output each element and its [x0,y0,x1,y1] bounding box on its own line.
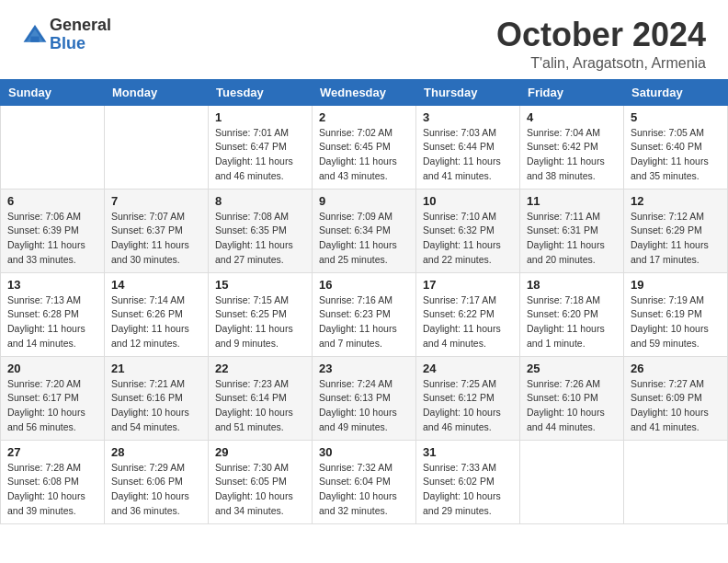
sunset-text: Sunset: 6:14 PM [215,392,287,403]
sunset-text: Sunset: 6:23 PM [319,308,391,319]
daylight-text: Daylight: 11 hours and 12 minutes. [111,323,189,349]
day-info: Sunrise: 7:12 AMSunset: 6:29 PMDaylight:… [631,210,721,268]
table-row: 19Sunrise: 7:19 AMSunset: 6:19 PMDayligh… [624,272,728,356]
table-row: 31Sunrise: 7:33 AMSunset: 6:02 PMDayligh… [416,440,520,523]
sunrise-text: Sunrise: 7:08 AM [215,211,289,222]
sunrise-text: Sunrise: 7:15 AM [215,294,289,305]
col-monday: Monday [105,79,209,105]
month-title: October 2024 [496,17,706,53]
day-info: Sunrise: 7:26 AMSunset: 6:10 PMDaylight:… [527,377,617,435]
table-row: 29Sunrise: 7:30 AMSunset: 6:05 PMDayligh… [209,440,313,523]
day-info: Sunrise: 7:05 AMSunset: 6:40 PMDaylight:… [631,126,721,184]
day-info: Sunrise: 7:23 AMSunset: 6:14 PMDaylight:… [215,377,305,435]
day-number: 12 [631,194,721,208]
sunrise-text: Sunrise: 7:30 AM [215,462,289,473]
day-number: 28 [111,445,201,459]
day-number: 11 [527,194,617,208]
day-number: 22 [215,362,305,375]
sunset-text: Sunset: 6:05 PM [215,476,287,487]
table-row: 18Sunrise: 7:18 AMSunset: 6:20 PMDayligh… [520,272,624,356]
day-number: 19 [631,278,721,292]
sunrise-text: Sunrise: 7:12 AM [631,211,704,222]
day-info: Sunrise: 7:15 AMSunset: 6:25 PMDaylight:… [215,293,305,351]
sunrise-text: Sunrise: 7:26 AM [527,378,600,389]
calendar-week-row: 6Sunrise: 7:06 AMSunset: 6:39 PMDaylight… [1,189,728,272]
sunset-text: Sunset: 6:32 PM [423,224,495,236]
table-row: 24Sunrise: 7:25 AMSunset: 6:12 PMDayligh… [416,356,520,440]
day-info: Sunrise: 7:10 AMSunset: 6:32 PMDaylight:… [423,210,513,268]
table-row: 22Sunrise: 7:23 AMSunset: 6:14 PMDayligh… [209,356,313,440]
sunrise-text: Sunrise: 7:09 AM [319,211,392,222]
day-info: Sunrise: 7:07 AMSunset: 6:37 PMDaylight:… [111,210,201,268]
daylight-text: Daylight: 10 hours and 36 minutes. [111,490,189,516]
day-number: 4 [527,110,617,124]
daylight-text: Daylight: 11 hours and 33 minutes. [7,239,85,265]
sunrise-text: Sunrise: 7:11 AM [527,211,600,222]
day-number: 1 [215,110,305,124]
day-number: 9 [319,194,409,208]
sunrise-text: Sunrise: 7:13 AM [7,294,81,305]
sunset-text: Sunset: 6:16 PM [111,392,183,403]
daylight-text: Daylight: 11 hours and 7 minutes. [319,323,397,349]
calendar-week-row: 20Sunrise: 7:20 AMSunset: 6:17 PMDayligh… [1,356,728,440]
calendar-week-row: 27Sunrise: 7:28 AMSunset: 6:08 PMDayligh… [1,440,728,523]
daylight-text: Daylight: 10 hours and 44 minutes. [527,407,605,432]
day-number: 7 [111,194,201,208]
daylight-text: Daylight: 10 hours and 29 minutes. [423,490,501,516]
sunset-text: Sunset: 6:40 PM [631,141,702,152]
sunrise-text: Sunrise: 7:17 AM [423,294,496,305]
day-info: Sunrise: 7:11 AMSunset: 6:31 PMDaylight:… [527,210,617,268]
sunset-text: Sunset: 6:13 PM [319,392,391,403]
table-row: 21Sunrise: 7:21 AMSunset: 6:16 PMDayligh… [105,356,209,440]
day-info: Sunrise: 7:13 AMSunset: 6:28 PMDaylight:… [7,293,97,351]
day-info: Sunrise: 7:06 AMSunset: 6:39 PMDaylight:… [7,210,97,268]
table-row: 9Sunrise: 7:09 AMSunset: 6:34 PMDaylight… [313,189,416,272]
page: General Blue October 2024 T'alin, Aragat… [0,0,728,563]
day-info: Sunrise: 7:30 AMSunset: 6:05 PMDaylight:… [215,461,305,519]
sunrise-text: Sunrise: 7:10 AM [423,211,496,222]
sunset-text: Sunset: 6:25 PM [215,308,287,319]
day-number: 25 [527,362,617,375]
day-info: Sunrise: 7:09 AMSunset: 6:34 PMDaylight:… [319,210,409,268]
day-info: Sunrise: 7:14 AMSunset: 6:26 PMDaylight:… [111,293,201,351]
logo: General Blue [22,17,111,53]
table-row: 4Sunrise: 7:04 AMSunset: 6:42 PMDaylight… [520,105,624,189]
day-info: Sunrise: 7:02 AMSunset: 6:45 PMDaylight:… [319,126,409,184]
calendar-header-row: Sunday Monday Tuesday Wednesday Thursday… [1,79,728,105]
table-row: 28Sunrise: 7:29 AMSunset: 6:06 PMDayligh… [105,440,209,523]
daylight-text: Daylight: 10 hours and 49 minutes. [319,407,397,432]
day-number: 29 [215,445,305,459]
sunrise-text: Sunrise: 7:07 AM [111,211,185,222]
daylight-text: Daylight: 11 hours and 25 minutes. [319,239,397,265]
table-row: 2Sunrise: 7:02 AMSunset: 6:45 PMDaylight… [313,105,416,189]
col-wednesday: Wednesday [313,79,416,105]
day-number: 20 [7,362,97,375]
daylight-text: Daylight: 10 hours and 34 minutes. [215,490,293,516]
day-info: Sunrise: 7:16 AMSunset: 6:23 PMDaylight:… [319,293,409,351]
table-row: 13Sunrise: 7:13 AMSunset: 6:28 PMDayligh… [1,272,105,356]
daylight-text: Daylight: 11 hours and 41 minutes. [423,155,501,181]
table-row: 25Sunrise: 7:26 AMSunset: 6:10 PMDayligh… [520,356,624,440]
daylight-text: Daylight: 11 hours and 35 minutes. [631,155,709,181]
table-row: 20Sunrise: 7:20 AMSunset: 6:17 PMDayligh… [1,356,105,440]
daylight-text: Daylight: 11 hours and 30 minutes. [111,239,189,265]
sunrise-text: Sunrise: 7:28 AM [7,462,81,473]
table-row: 27Sunrise: 7:28 AMSunset: 6:08 PMDayligh… [1,440,105,523]
daylight-text: Daylight: 10 hours and 39 minutes. [7,490,85,516]
day-number: 24 [423,362,513,375]
sunset-text: Sunset: 6:42 PM [527,141,598,152]
sunrise-text: Sunrise: 7:24 AM [319,378,392,389]
calendar-table: Sunday Monday Tuesday Wednesday Thursday… [0,79,728,524]
day-info: Sunrise: 7:28 AMSunset: 6:08 PMDaylight:… [7,461,97,519]
day-number: 13 [7,278,97,292]
day-number: 16 [319,278,409,292]
day-info: Sunrise: 7:04 AMSunset: 6:42 PMDaylight:… [527,126,617,184]
day-info: Sunrise: 7:25 AMSunset: 6:12 PMDaylight:… [423,377,513,435]
daylight-text: Daylight: 11 hours and 27 minutes. [215,239,293,265]
day-number: 14 [111,278,201,292]
sunset-text: Sunset: 6:26 PM [111,308,183,319]
day-info: Sunrise: 7:17 AMSunset: 6:22 PMDaylight:… [423,293,513,351]
table-row: 5Sunrise: 7:05 AMSunset: 6:40 PMDaylight… [624,105,728,189]
day-info: Sunrise: 7:20 AMSunset: 6:17 PMDaylight:… [7,377,97,435]
daylight-text: Daylight: 11 hours and 14 minutes. [7,323,85,349]
